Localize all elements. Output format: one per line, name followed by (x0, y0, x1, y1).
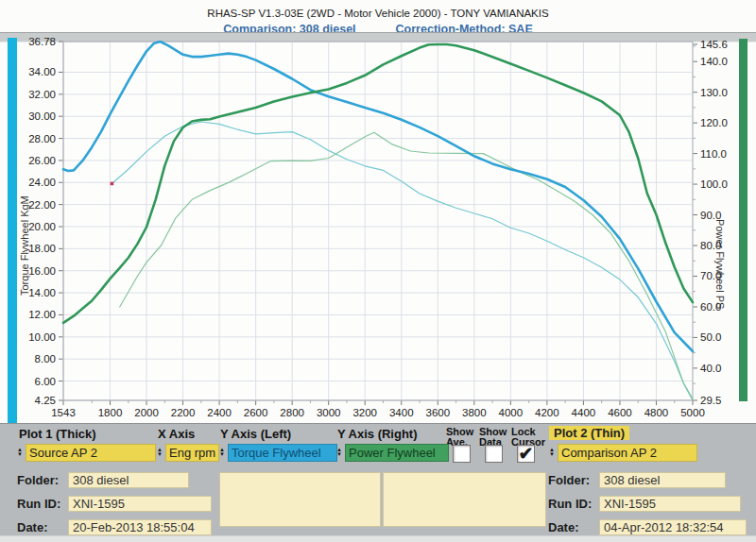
notes-panel-left (219, 472, 381, 527)
y-right-tick-label: 100.0 (700, 178, 728, 190)
y-left-tick-label: 24.00 (28, 177, 56, 188)
y-right-tick-label: 110.0 (700, 148, 727, 160)
yright-header: Y Axis (Right) (337, 427, 418, 441)
y-left-tick-label: 14.00 (28, 287, 56, 298)
yleft-header: Y Axis (Left) (220, 427, 291, 441)
y-left-tick-label: 22.00 (28, 199, 56, 211)
folder-label-left: Folder: (17, 473, 59, 487)
x-tick-label: 2800 (280, 407, 304, 418)
plot1-header: Plot 1 (Thick) (19, 427, 96, 441)
cursor-marker (111, 182, 114, 186)
y-right-tick-label: 90.0 (700, 210, 721, 221)
control-panel: Plot 1 (Thick) X Axis Y Axis (Left) Y Ax… (0, 423, 756, 536)
x-tick-label: 3800 (462, 407, 487, 418)
y-right-tick-label: 130.0 (700, 87, 728, 98)
plot1-source-spinner[interactable]: ▲▼ (15, 444, 25, 460)
runid-value-left[interactable]: XNI-1595 (68, 496, 212, 512)
date-label-left: Date: (17, 520, 48, 534)
y-right-tick-label: 40.0 (700, 363, 721, 374)
x-tick-label: 2200 (171, 407, 196, 418)
x-tick-label: 2600 (244, 407, 268, 418)
y-left-tick-label: 8.00 (35, 353, 56, 364)
y-right-tick-label: 50.0 (700, 331, 721, 343)
yleft-select[interactable]: Torque Flywheel (228, 444, 337, 462)
y-right-tick-label: 140.0 (700, 56, 728, 67)
y-left-tick-label: 10.00 (28, 331, 56, 343)
y-left-tick-label: 28.00 (28, 133, 56, 144)
runid-label-left: Run ID: (17, 497, 60, 511)
y-right-tick-label: 29.5 (700, 395, 721, 406)
plot2-source-select[interactable]: Comparison AP 2 (558, 444, 697, 462)
x-tick-label: 2000 (134, 407, 159, 418)
y-right-tick-label: 145.6 (700, 39, 728, 50)
x-tick-label: 3600 (425, 407, 450, 418)
x-tick-label: 1543 (51, 407, 76, 418)
x-tick-label: 4800 (644, 407, 669, 418)
y-left-tick-label: 34.00 (28, 66, 56, 77)
y-left-tick-label: 6.00 (35, 376, 56, 387)
yright-spinner[interactable]: ▲▼ (335, 444, 344, 460)
x-tick-label: 2400 (207, 407, 232, 418)
folder-value-right[interactable]: 308 diesel (599, 472, 726, 488)
x-tick-label: 5000 (680, 407, 705, 418)
date-label-right: Date: (548, 520, 579, 534)
y-right-tick-label: 80.0 (700, 240, 721, 251)
plot2-header: Plot 2 (Thin) (549, 426, 629, 440)
runid-label-right: Run ID: (548, 497, 592, 511)
checkmark-icon: ✔ (519, 444, 534, 464)
folder-label-right: Folder: (548, 473, 590, 487)
folder-value-left[interactable]: 308 diesel (68, 472, 189, 488)
y-left-tick-label: 26.00 (28, 155, 56, 166)
y-left-tick-label: 12.00 (28, 309, 56, 320)
yleft-spinner[interactable]: ▲▼ (217, 444, 227, 460)
y-left-tick-label: 16.00 (28, 265, 56, 277)
panel-bottom-margin (0, 535, 756, 542)
show-ave-checkbox[interactable] (453, 445, 471, 463)
x-tick-label: 3200 (352, 407, 377, 418)
plot1-source-select[interactable]: Source AP 2 (26, 444, 156, 462)
y-left-tick-label: 30.00 (28, 110, 56, 122)
lock-cursor-checkbox[interactable]: ✔ (517, 445, 535, 463)
x-tick-label: 3400 (389, 407, 414, 418)
dyno-app-window: RHAS-SP V1.3-03E (2WD - Motor Vehicle 20… (0, 0, 756, 542)
dyno-chart: 36.7834.0032.0030.0028.0026.0024.0022.00… (0, 0, 756, 423)
xaxis-select[interactable]: Eng rpm (165, 444, 219, 462)
y-left-tick-label: 36.78 (28, 36, 56, 47)
show-data-checkbox[interactable] (485, 445, 503, 463)
runid-value-right[interactable]: XNI-1595 (599, 496, 741, 512)
y-left-tick-label: 18.00 (28, 243, 56, 254)
x-tick-label: 1800 (98, 407, 123, 418)
x-tick-label: 4600 (608, 407, 632, 418)
xaxis-header: X Axis (158, 427, 195, 441)
xaxis-spinner[interactable]: ▲▼ (155, 444, 164, 460)
y-left-tick-label: 20.00 (28, 221, 56, 232)
x-tick-label: 4200 (535, 407, 559, 418)
y-right-tick-label: 70.0 (700, 270, 721, 281)
y-right-tick-label: 120.0 (700, 117, 728, 128)
x-tick-label: 4400 (572, 407, 596, 418)
date-value-right[interactable]: 04-Apr-2012 18:32:54 (599, 519, 747, 535)
y-left-tick-label: 32.00 (28, 89, 56, 100)
x-tick-label: 3000 (317, 407, 341, 418)
notes-panel-right (383, 472, 546, 527)
y-right-tick-label: 60.0 (700, 301, 721, 313)
plot2-source-spinner[interactable]: ▲▼ (547, 444, 557, 460)
yright-select[interactable]: Power Flywheel (345, 444, 449, 462)
date-value-left[interactable]: 20-Feb-2013 18:55:04 (68, 519, 212, 535)
y-left-tick-label: 4.25 (35, 395, 56, 406)
x-tick-label: 4000 (499, 407, 524, 418)
